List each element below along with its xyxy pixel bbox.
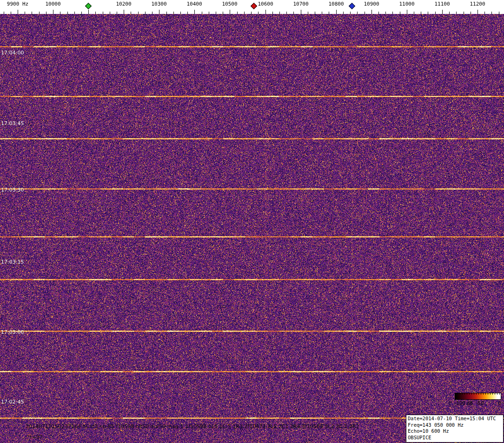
freq-tick-10380	[187, 12, 188, 14]
info-station-line: OBSUPICE	[408, 435, 502, 441]
freq-tick-10360	[180, 12, 181, 14]
freq-tick-11240	[491, 12, 492, 14]
freq-tick-10940	[385, 12, 386, 14]
colorbar-labels: -100 dB -50 0	[455, 400, 501, 406]
freq-tick-11160	[464, 12, 464, 14]
freq-tick-11080	[435, 12, 436, 14]
freq-tick-10980	[400, 12, 400, 14]
freq-tick-10160	[110, 12, 110, 14]
freq-tick-10680	[293, 12, 294, 14]
freq-tick-10200	[124, 10, 124, 14]
freq-tick-10060	[74, 12, 75, 14]
freq-tick-10280	[152, 12, 153, 14]
freq-label-11000: 11000	[399, 1, 414, 7]
freq-tick-10520	[237, 12, 238, 14]
freq-tick-10640	[279, 12, 280, 14]
colorbar-label-max: 0	[498, 401, 501, 406]
freq-tick-10760	[322, 12, 322, 14]
freq-tick-10740	[315, 12, 315, 14]
freq-tick-9980	[46, 12, 46, 14]
colorbar-label-min: -100 dB	[455, 401, 473, 406]
colorbar: -100 dB -50 0	[455, 393, 501, 406]
observation-info-box: Date=2014-07-10 Time=15:04 UTC Freq=143 …	[406, 415, 504, 443]
freq-tick-10800	[336, 10, 337, 14]
freq-tick-10100	[88, 10, 89, 14]
freq-tick-10140	[103, 12, 103, 14]
freq-label-11100: 11100	[434, 1, 450, 7]
blue-marker-diamond-icon[interactable]	[349, 3, 355, 9]
freq-tick-10460	[216, 12, 216, 14]
freq-tick-11060	[428, 12, 428, 14]
freq-tick-10960	[392, 12, 393, 14]
freq-label-10200: 10200	[116, 1, 131, 7]
freq-tick-10620	[272, 12, 273, 14]
freq-tick-10080	[81, 12, 82, 14]
freq-tick-10660	[286, 12, 287, 14]
freq-tick-10440	[209, 12, 209, 14]
freq-tick-11120	[449, 12, 450, 14]
info-date-line: Date=2014-07-10 Time=15:04 UTC	[408, 416, 502, 422]
freq-tick-10600	[265, 10, 266, 14]
meteor-spectrogram-app: { "chart_data": { "type": "heatmap", "ti…	[0, 0, 504, 443]
freq-tick-10920	[378, 12, 379, 14]
colorbar-gradient	[455, 393, 501, 400]
freq-tick-10260	[145, 12, 146, 14]
freq-tick-10340	[173, 12, 174, 14]
green-marker-diamond-icon[interactable]	[85, 3, 92, 9]
red-marker-diamond-icon[interactable]	[251, 3, 257, 9]
freq-tick-9900	[18, 10, 18, 14]
freq-tick-11260	[499, 12, 499, 14]
freq-label-10500: 10500	[222, 1, 237, 7]
freq-tick-10500	[230, 10, 230, 14]
frequency-axis: 9900 Hz100001020010300104001050010600107…	[0, 0, 504, 14]
freq-tick-11200	[477, 10, 478, 14]
freq-label-10800: 10800	[328, 1, 344, 7]
freq-label-10400: 10400	[186, 1, 202, 7]
spectrogram-waterfall[interactable]	[0, 14, 504, 443]
freq-label-10700: 10700	[293, 1, 308, 7]
freq-tick-11220	[484, 12, 485, 14]
freq-tick-11100	[442, 10, 443, 14]
freq-tick-9880	[11, 12, 11, 14]
freq-label-11200: 11200	[470, 1, 485, 7]
freq-label-10000: 10000	[45, 1, 60, 7]
freq-tick-10860	[357, 12, 358, 14]
colorbar-label-mid: -50	[476, 401, 484, 406]
freq-tick-10720	[308, 12, 308, 14]
freq-tick-9920	[25, 12, 25, 14]
freq-tick-10000	[53, 10, 53, 14]
freq-tick-9940	[32, 12, 32, 14]
freq-label-10600: 10600	[258, 1, 273, 7]
freq-tick-9960	[39, 12, 40, 14]
freq-label-10900: 10900	[364, 1, 379, 7]
freq-tick-11140	[456, 12, 457, 14]
freq-tick-10840	[350, 12, 351, 14]
freq-tick-11040	[421, 12, 421, 14]
freq-tick-10580	[258, 12, 259, 14]
freq-label-10300: 10300	[151, 1, 166, 7]
freq-tick-11020	[414, 12, 414, 14]
freq-tick-10780	[329, 12, 329, 14]
freq-tick-9860	[4, 12, 4, 14]
info-freq-line: Freq=143 050 000 Hz	[408, 422, 502, 429]
freq-tick-11180	[471, 12, 471, 14]
info-echo-line: Echo=10 600 Hz	[408, 428, 502, 435]
freq-tick-10540	[244, 12, 245, 14]
freq-tick-10020	[60, 12, 60, 14]
freq-tick-10240	[138, 12, 139, 14]
freq-tick-10300	[159, 10, 159, 14]
freq-tick-10180	[117, 12, 117, 14]
freq-tick-10420	[202, 12, 202, 14]
freq-tick-10120	[95, 12, 96, 14]
freq-tick-10220	[131, 12, 131, 14]
freq-tick-10320	[166, 12, 167, 14]
freq-tick-10700	[301, 10, 301, 14]
freq-label-9900: 9900 Hz	[7, 1, 28, 7]
freq-tick-10880	[365, 12, 365, 14]
freq-tick-10900	[371, 10, 372, 14]
colorbar-ticks	[455, 393, 501, 395]
freq-tick-10560	[251, 12, 252, 14]
freq-tick-10820	[343, 12, 344, 14]
freq-tick-10400	[194, 10, 195, 14]
freq-tick-11000	[407, 10, 407, 14]
